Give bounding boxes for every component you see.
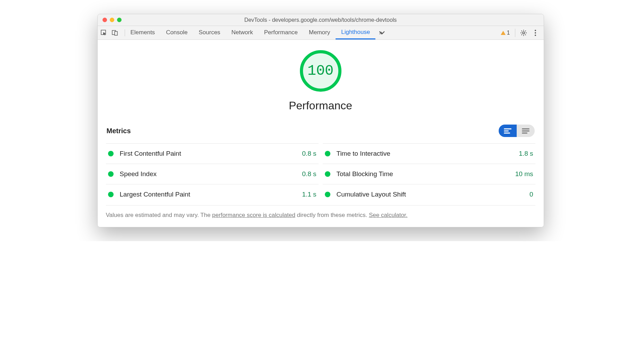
warning-badge[interactable]: 1 <box>501 30 510 36</box>
status-dot-icon <box>325 151 330 156</box>
maximize-window-button[interactable] <box>117 18 122 22</box>
footer-text: directly from these metrics. <box>295 212 369 218</box>
device-toggle-icon[interactable] <box>112 29 118 36</box>
svg-rect-2 <box>115 31 117 35</box>
metric-row-cls: Cumulative Layout Shift 0 <box>323 184 535 204</box>
metric-value: 0 <box>529 191 533 198</box>
metrics-grid: First Contentful Paint 0.8 s Time to Int… <box>106 143 535 204</box>
metric-value: 0.8 s <box>302 170 316 178</box>
metric-value: 1.8 s <box>519 150 533 157</box>
performance-category-label: Performance <box>289 99 352 112</box>
footer-text: Values are estimated and may vary. The <box>106 212 212 218</box>
svg-point-5 <box>535 32 536 34</box>
devtools-window: DevTools - developers.google.com/web/too… <box>97 14 544 227</box>
view-toggle-expanded[interactable] <box>517 125 535 137</box>
minimize-window-button[interactable] <box>110 18 114 22</box>
devtools-toolbar: Elements Console Sources Network Perform… <box>98 26 544 40</box>
metric-row-tbt: Total Blocking Time 10 ms <box>323 164 535 184</box>
metric-name: Speed Index <box>120 170 302 178</box>
tab-sources[interactable]: Sources <box>193 26 226 39</box>
metric-name: Largest Contentful Paint <box>120 191 302 198</box>
toolbar-divider <box>515 29 515 37</box>
inspect-element-icon[interactable] <box>100 29 107 36</box>
status-dot-icon <box>325 171 330 177</box>
metric-value: 1.1 s <box>302 191 316 198</box>
metric-name: Total Blocking Time <box>337 170 515 178</box>
see-calculator-link[interactable]: See calculator. <box>369 212 408 218</box>
status-dot-icon <box>108 192 114 197</box>
metric-value: 10 ms <box>515 170 533 178</box>
svg-point-6 <box>535 35 536 36</box>
status-dot-icon <box>108 171 114 177</box>
window-title: DevTools - developers.google.com/web/too… <box>98 17 544 23</box>
metric-name: First Contentful Paint <box>120 150 302 157</box>
metric-row-fcp: First Contentful Paint 0.8 s <box>106 143 319 164</box>
tab-performance[interactable]: Performance <box>258 26 303 39</box>
warning-count: 1 <box>507 30 510 36</box>
metric-row-tti: Time to Interactive 1.8 s <box>323 143 535 164</box>
status-dot-icon <box>108 151 114 156</box>
metrics-header: Metrics <box>106 125 535 137</box>
svg-point-3 <box>523 32 525 34</box>
tab-lighthouse[interactable]: Lighthouse <box>336 26 375 39</box>
more-tabs-button[interactable]: » <box>375 29 386 36</box>
more-options-icon[interactable] <box>532 29 539 36</box>
panel-tabs: Elements Console Sources Network Perform… <box>125 26 376 39</box>
lighthouse-report: 100 Performance Metrics <box>98 40 544 227</box>
settings-icon[interactable] <box>520 29 527 36</box>
tab-network[interactable]: Network <box>226 26 258 39</box>
metric-name: Time to Interactive <box>337 150 519 157</box>
warning-icon <box>501 31 506 35</box>
close-window-button[interactable] <box>103 18 107 22</box>
metrics-footer: Values are estimated and may vary. The p… <box>106 205 535 219</box>
score-gauge: 100 Performance <box>106 50 535 112</box>
metrics-heading: Metrics <box>107 127 131 135</box>
tab-memory[interactable]: Memory <box>303 26 336 39</box>
toolbar-left-group <box>100 29 125 36</box>
metrics-view-toggle <box>499 125 535 137</box>
tab-elements[interactable]: Elements <box>125 26 161 39</box>
metric-value: 0.8 s <box>302 150 316 157</box>
metric-row-lcp: Largest Contentful Paint 1.1 s <box>106 184 319 204</box>
svg-point-4 <box>535 30 536 31</box>
performance-score-circle: 100 <box>300 50 341 92</box>
view-toggle-compact[interactable] <box>499 125 517 137</box>
status-dot-icon <box>325 192 330 197</box>
performance-score-value: 100 <box>308 63 334 79</box>
traffic-lights <box>98 18 122 22</box>
metric-name: Cumulative Layout Shift <box>337 191 529 198</box>
performance-score-calc-link[interactable]: performance score is calculated <box>212 212 295 218</box>
titlebar: DevTools - developers.google.com/web/too… <box>98 14 544 26</box>
tab-console[interactable]: Console <box>160 26 193 39</box>
toolbar-right-group: 1 <box>501 29 541 37</box>
metric-row-si: Speed Index 0.8 s <box>106 164 319 184</box>
